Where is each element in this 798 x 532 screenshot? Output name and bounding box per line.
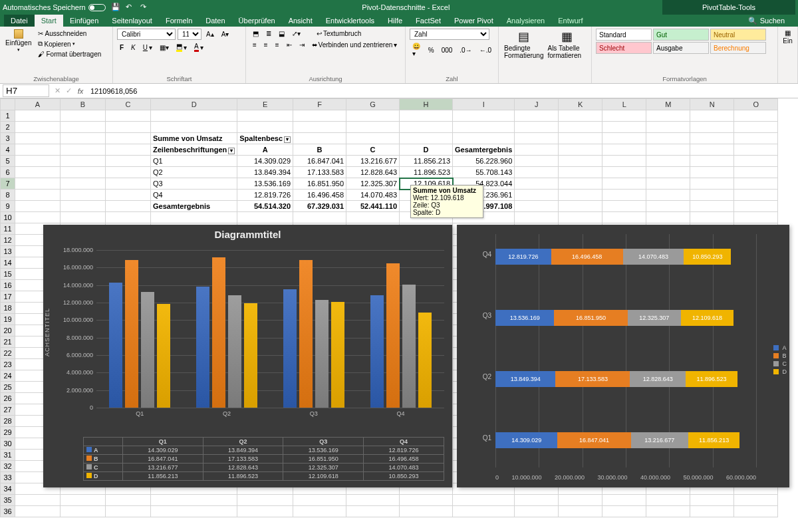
cell[interactable]: 16.847.041: [293, 156, 346, 167]
cell[interactable]: [646, 495, 690, 506]
tab-analyze[interactable]: Analysieren: [500, 15, 551, 27]
cell[interactable]: [15, 110, 61, 122]
tab-powerpivot[interactable]: Power Pivot: [448, 15, 500, 27]
cell[interactable]: [646, 122, 690, 133]
tab-factset[interactable]: FactSet: [409, 15, 448, 27]
cell[interactable]: [690, 212, 734, 223]
cell[interactable]: Q4: [151, 190, 237, 201]
cell[interactable]: [690, 156, 734, 167]
cell[interactable]: [237, 110, 293, 122]
cell[interactable]: [690, 144, 734, 156]
cancel-icon[interactable]: ✕: [52, 86, 63, 95]
cell[interactable]: A: [237, 144, 293, 156]
cell[interactable]: [453, 122, 515, 133]
number-format-select[interactable]: Zahl: [410, 29, 489, 40]
cell[interactable]: [559, 506, 602, 517]
cell[interactable]: 13.849.394: [237, 167, 293, 178]
cell[interactable]: 16.496.458: [293, 190, 346, 201]
row-header[interactable]: 24: [1, 370, 15, 382]
increase-decimal-button[interactable]: .0→: [457, 45, 474, 55]
align-bottom-button[interactable]: ⬓: [276, 29, 287, 39]
cell[interactable]: 11.896.523: [400, 167, 453, 178]
cell[interactable]: [734, 133, 778, 144]
cell[interactable]: [515, 201, 559, 212]
cell[interactable]: [400, 495, 453, 506]
row-header[interactable]: 17: [1, 291, 15, 303]
wrap-text-button[interactable]: ↩Textumbruch: [314, 29, 364, 39]
indent-increase-button[interactable]: ⇥: [297, 40, 307, 50]
cell[interactable]: [346, 110, 400, 122]
cell[interactable]: [453, 495, 515, 506]
cell[interactable]: 16.851.950: [293, 178, 346, 190]
row-header[interactable]: 6: [1, 167, 15, 178]
cell[interactable]: [515, 495, 559, 506]
cell[interactable]: [15, 190, 61, 201]
cell[interactable]: [400, 133, 453, 144]
cell[interactable]: [293, 506, 346, 517]
cell[interactable]: [734, 201, 778, 212]
cell[interactable]: [690, 167, 734, 178]
align-top-button[interactable]: ⬒: [250, 29, 261, 39]
cell[interactable]: [515, 212, 559, 223]
cell[interactable]: [61, 156, 106, 167]
name-box[interactable]: [3, 84, 49, 97]
cell[interactable]: [15, 122, 61, 133]
cell[interactable]: 12.325.307: [346, 178, 400, 190]
cell[interactable]: [106, 201, 151, 212]
cell[interactable]: [515, 156, 559, 167]
cell[interactable]: [559, 133, 602, 144]
font-size-select[interactable]: 11: [178, 29, 201, 40]
border-button[interactable]: ▦▾: [157, 43, 172, 53]
cell[interactable]: [151, 506, 237, 517]
cell[interactable]: [602, 167, 646, 178]
cell[interactable]: [346, 495, 400, 506]
cell[interactable]: [15, 144, 61, 156]
cell[interactable]: [734, 167, 778, 178]
search-box[interactable]: 🔍Suchen: [748, 17, 785, 25]
cell[interactable]: 56.228.960: [453, 156, 515, 167]
cell[interactable]: [61, 122, 106, 133]
format-painter-button[interactable]: 🖌Format übertragen: [35, 49, 104, 59]
row-header[interactable]: 29: [1, 427, 15, 438]
style-bad[interactable]: Schlecht: [596, 42, 652, 54]
fx-icon[interactable]: fx: [74, 87, 86, 95]
cell[interactable]: [346, 506, 400, 517]
cell[interactable]: [646, 133, 690, 144]
cell[interactable]: [61, 167, 106, 178]
tab-design[interactable]: Entwurf: [551, 15, 589, 27]
cell[interactable]: [734, 110, 778, 122]
tab-view[interactable]: Ansicht: [282, 15, 319, 27]
cell[interactable]: Spaltenbesc▾: [237, 133, 293, 144]
cell[interactable]: [559, 110, 602, 122]
cell[interactable]: [690, 190, 734, 201]
cell[interactable]: B: [293, 144, 346, 156]
cell[interactable]: [602, 212, 646, 223]
row-header[interactable]: 2: [1, 122, 15, 133]
cell[interactable]: [453, 133, 515, 144]
cell[interactable]: [734, 506, 778, 517]
enter-icon[interactable]: ✓: [63, 86, 74, 95]
percent-button[interactable]: %: [426, 45, 437, 55]
cell[interactable]: [15, 212, 61, 223]
tab-developer[interactable]: Entwicklertools: [319, 15, 381, 27]
cut-button[interactable]: ✂Ausschneiden: [35, 29, 104, 39]
cell[interactable]: [602, 190, 646, 201]
row-header[interactable]: 12: [1, 235, 15, 246]
cell[interactable]: [559, 156, 602, 167]
align-left-button[interactable]: ≡: [250, 40, 259, 50]
cell[interactable]: [106, 144, 151, 156]
cell[interactable]: [559, 495, 602, 506]
cell[interactable]: [346, 133, 400, 144]
row-header[interactable]: 21: [1, 336, 15, 348]
cell[interactable]: [515, 133, 559, 144]
row-header[interactable]: 13: [1, 246, 15, 257]
cell[interactable]: Q3: [151, 178, 237, 190]
cell[interactable]: [15, 178, 61, 190]
cell[interactable]: [293, 110, 346, 122]
cell[interactable]: [734, 495, 778, 506]
cell[interactable]: [237, 122, 293, 133]
align-center-button[interactable]: ≡: [261, 40, 271, 50]
row-header[interactable]: 16: [1, 280, 15, 291]
cell[interactable]: [293, 495, 346, 506]
column-headers[interactable]: ABCDEFGHIJKLMNO: [1, 99, 778, 110]
